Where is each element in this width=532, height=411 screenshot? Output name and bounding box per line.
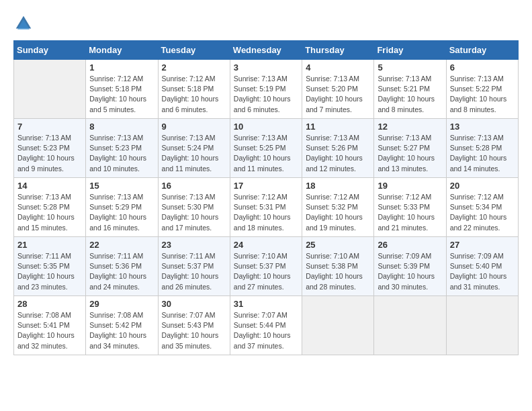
day-number: 15 xyxy=(89,181,154,191)
calendar-cell: 15Sunrise: 7:13 AM Sunset: 5:29 PM Dayli… xyxy=(86,178,158,237)
calendar-cell xyxy=(374,296,446,355)
calendar-cell: 16Sunrise: 7:13 AM Sunset: 5:30 PM Dayli… xyxy=(158,178,230,237)
calendar-week-row: 7Sunrise: 7:13 AM Sunset: 5:23 PM Daylig… xyxy=(14,119,519,178)
day-info: Sunrise: 7:13 AM Sunset: 5:24 PM Dayligh… xyxy=(162,133,226,174)
calendar-week-row: 1Sunrise: 7:12 AM Sunset: 5:18 PM Daylig… xyxy=(14,60,519,119)
logo xyxy=(13,13,36,34)
calendar-table: SundayMondayTuesdayWednesdayThursdayFrid… xyxy=(13,40,519,355)
calendar-cell: 18Sunrise: 7:12 AM Sunset: 5:32 PM Dayli… xyxy=(302,178,374,237)
calendar-cell: 14Sunrise: 7:13 AM Sunset: 5:28 PM Dayli… xyxy=(14,178,86,237)
calendar-cell: 12Sunrise: 7:13 AM Sunset: 5:27 PM Dayli… xyxy=(374,119,446,178)
day-number: 29 xyxy=(89,299,154,309)
calendar-cell xyxy=(14,60,86,119)
day-info: Sunrise: 7:13 AM Sunset: 5:19 PM Dayligh… xyxy=(234,74,298,115)
day-info: Sunrise: 7:07 AM Sunset: 5:44 PM Dayligh… xyxy=(234,310,298,351)
day-number: 1 xyxy=(89,62,154,73)
day-info: Sunrise: 7:08 AM Sunset: 5:42 PM Dayligh… xyxy=(89,310,154,351)
day-number: 12 xyxy=(378,122,442,132)
day-info: Sunrise: 7:13 AM Sunset: 5:29 PM Dayligh… xyxy=(89,192,154,233)
day-info: Sunrise: 7:13 AM Sunset: 5:28 PM Dayligh… xyxy=(17,192,82,233)
day-number: 3 xyxy=(234,62,298,73)
day-info: Sunrise: 7:11 AM Sunset: 5:36 PM Dayligh… xyxy=(89,251,154,292)
weekday-header-thursday: Thursday xyxy=(302,41,374,60)
day-number: 22 xyxy=(89,240,154,250)
day-number: 2 xyxy=(162,62,226,73)
weekday-header-saturday: Saturday xyxy=(446,41,518,60)
day-info: Sunrise: 7:13 AM Sunset: 5:25 PM Dayligh… xyxy=(234,133,298,174)
day-number: 26 xyxy=(378,240,442,250)
day-info: Sunrise: 7:13 AM Sunset: 5:23 PM Dayligh… xyxy=(89,133,154,174)
calendar-cell: 11Sunrise: 7:13 AM Sunset: 5:26 PM Dayli… xyxy=(302,119,374,178)
day-info: Sunrise: 7:10 AM Sunset: 5:37 PM Dayligh… xyxy=(234,251,298,292)
calendar-cell: 26Sunrise: 7:09 AM Sunset: 5:39 PM Dayli… xyxy=(374,237,446,296)
weekday-header-sunday: Sunday xyxy=(14,41,86,60)
day-number: 24 xyxy=(234,240,298,250)
calendar-cell: 17Sunrise: 7:12 AM Sunset: 5:31 PM Dayli… xyxy=(230,178,302,237)
day-info: Sunrise: 7:13 AM Sunset: 5:27 PM Dayligh… xyxy=(378,133,442,174)
calendar-cell: 6Sunrise: 7:13 AM Sunset: 5:22 PM Daylig… xyxy=(446,60,518,119)
day-number: 28 xyxy=(17,299,82,309)
weekday-header-tuesday: Tuesday xyxy=(158,41,230,60)
day-info: Sunrise: 7:12 AM Sunset: 5:18 PM Dayligh… xyxy=(162,74,226,115)
calendar-cell xyxy=(446,296,518,355)
calendar-cell: 19Sunrise: 7:12 AM Sunset: 5:33 PM Dayli… xyxy=(374,178,446,237)
weekday-header-monday: Monday xyxy=(86,41,158,60)
weekday-header-wednesday: Wednesday xyxy=(230,41,302,60)
day-info: Sunrise: 7:12 AM Sunset: 5:34 PM Dayligh… xyxy=(450,192,515,233)
calendar-cell: 4Sunrise: 7:13 AM Sunset: 5:20 PM Daylig… xyxy=(302,60,374,119)
day-info: Sunrise: 7:12 AM Sunset: 5:32 PM Dayligh… xyxy=(306,192,370,233)
day-info: Sunrise: 7:13 AM Sunset: 5:26 PM Dayligh… xyxy=(306,133,370,174)
page-header xyxy=(13,13,519,34)
day-info: Sunrise: 7:13 AM Sunset: 5:30 PM Dayligh… xyxy=(162,192,226,233)
calendar-cell: 30Sunrise: 7:07 AM Sunset: 5:43 PM Dayli… xyxy=(158,296,230,355)
calendar-cell: 23Sunrise: 7:11 AM Sunset: 5:37 PM Dayli… xyxy=(158,237,230,296)
day-number: 17 xyxy=(234,181,298,191)
calendar-cell: 21Sunrise: 7:11 AM Sunset: 5:35 PM Dayli… xyxy=(14,237,86,296)
calendar-cell: 29Sunrise: 7:08 AM Sunset: 5:42 PM Dayli… xyxy=(86,296,158,355)
day-info: Sunrise: 7:13 AM Sunset: 5:28 PM Dayligh… xyxy=(450,133,515,174)
day-number: 5 xyxy=(378,62,442,73)
day-number: 18 xyxy=(306,181,370,191)
logo-icon xyxy=(13,13,34,34)
day-info: Sunrise: 7:12 AM Sunset: 5:33 PM Dayligh… xyxy=(378,192,442,233)
calendar-week-row: 21Sunrise: 7:11 AM Sunset: 5:35 PM Dayli… xyxy=(14,237,519,296)
calendar-week-row: 14Sunrise: 7:13 AM Sunset: 5:28 PM Dayli… xyxy=(14,178,519,237)
day-number: 30 xyxy=(162,299,226,309)
calendar-cell: 3Sunrise: 7:13 AM Sunset: 5:19 PM Daylig… xyxy=(230,60,302,119)
day-number: 31 xyxy=(234,299,298,309)
calendar-cell: 2Sunrise: 7:12 AM Sunset: 5:18 PM Daylig… xyxy=(158,60,230,119)
day-info: Sunrise: 7:10 AM Sunset: 5:38 PM Dayligh… xyxy=(306,251,370,292)
day-info: Sunrise: 7:12 AM Sunset: 5:31 PM Dayligh… xyxy=(234,192,298,233)
calendar-cell: 5Sunrise: 7:13 AM Sunset: 5:21 PM Daylig… xyxy=(374,60,446,119)
calendar-cell: 25Sunrise: 7:10 AM Sunset: 5:38 PM Dayli… xyxy=(302,237,374,296)
day-info: Sunrise: 7:09 AM Sunset: 5:40 PM Dayligh… xyxy=(450,251,515,292)
calendar-cell: 31Sunrise: 7:07 AM Sunset: 5:44 PM Dayli… xyxy=(230,296,302,355)
day-number: 16 xyxy=(162,181,226,191)
day-info: Sunrise: 7:09 AM Sunset: 5:39 PM Dayligh… xyxy=(378,251,442,292)
calendar-cell: 20Sunrise: 7:12 AM Sunset: 5:34 PM Dayli… xyxy=(446,178,518,237)
calendar-cell: 8Sunrise: 7:13 AM Sunset: 5:23 PM Daylig… xyxy=(86,119,158,178)
calendar-week-row: 28Sunrise: 7:08 AM Sunset: 5:41 PM Dayli… xyxy=(14,296,519,355)
day-info: Sunrise: 7:11 AM Sunset: 5:35 PM Dayligh… xyxy=(17,251,82,292)
calendar-cell: 1Sunrise: 7:12 AM Sunset: 5:18 PM Daylig… xyxy=(86,60,158,119)
day-number: 9 xyxy=(162,122,226,132)
day-number: 21 xyxy=(17,240,82,250)
day-number: 13 xyxy=(450,122,515,132)
calendar-cell: 7Sunrise: 7:13 AM Sunset: 5:23 PM Daylig… xyxy=(14,119,86,178)
day-info: Sunrise: 7:13 AM Sunset: 5:22 PM Dayligh… xyxy=(450,74,515,115)
day-number: 19 xyxy=(378,181,442,191)
day-number: 20 xyxy=(450,181,515,191)
day-number: 6 xyxy=(450,62,515,73)
day-number: 8 xyxy=(89,122,154,132)
weekday-header-row: SundayMondayTuesdayWednesdayThursdayFrid… xyxy=(14,41,519,60)
calendar-cell: 10Sunrise: 7:13 AM Sunset: 5:25 PM Dayli… xyxy=(230,119,302,178)
calendar-cell: 13Sunrise: 7:13 AM Sunset: 5:28 PM Dayli… xyxy=(446,119,518,178)
calendar-cell: 24Sunrise: 7:10 AM Sunset: 5:37 PM Dayli… xyxy=(230,237,302,296)
calendar-cell: 28Sunrise: 7:08 AM Sunset: 5:41 PM Dayli… xyxy=(14,296,86,355)
calendar-cell: 27Sunrise: 7:09 AM Sunset: 5:40 PM Dayli… xyxy=(446,237,518,296)
day-number: 11 xyxy=(306,122,370,132)
day-number: 4 xyxy=(306,62,370,73)
day-info: Sunrise: 7:13 AM Sunset: 5:20 PM Dayligh… xyxy=(306,74,370,115)
day-number: 23 xyxy=(162,240,226,250)
calendar-cell xyxy=(302,296,374,355)
